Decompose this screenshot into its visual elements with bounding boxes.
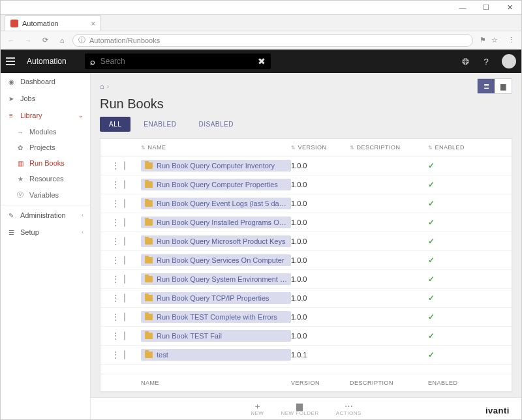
row-menu-button[interactable]: ⋮ — [107, 351, 124, 359]
global-search[interactable]: ⌕ ✖ — [85, 53, 271, 69]
row-version: 1.0.0 — [291, 200, 350, 207]
runbook-icon — [145, 314, 153, 320]
sidebar-item-variables[interactable]: ⓥVariables — [1, 187, 90, 203]
row-name-cell[interactable]: Run Book Query Microsoft Product Keys — [141, 235, 291, 247]
runbook-icon — [145, 352, 153, 358]
row-menu-button[interactable]: ⋮ — [107, 162, 124, 170]
nav-back-button[interactable]: ← — [5, 34, 18, 47]
row-name: Run Book Query Installed Programs On Com… — [157, 218, 287, 226]
view-folder-button[interactable]: ▆ — [495, 79, 512, 93]
row-name-cell[interactable]: Run Book Query Installed Programs On Com… — [141, 217, 291, 228]
browser-menu-button[interactable]: ⋮ — [504, 34, 517, 47]
sidebar-item-library[interactable]: ≡Library⌄ — [1, 107, 90, 124]
sidebar-item-resources[interactable]: ★Resources — [1, 171, 90, 187]
tab-close-button[interactable]: × — [91, 20, 95, 27]
row-checkbox[interactable] — [124, 275, 125, 284]
library-icon: ≡ — [7, 112, 15, 119]
row-version: 1.0.1 — [291, 351, 350, 359]
sidebar-item-runbooks[interactable]: ▥Run Books — [1, 155, 90, 171]
breadcrumb-home[interactable]: ⌂ — [100, 82, 104, 90]
window-close-button[interactable]: ✕ — [500, 3, 519, 12]
row-name: Run Book Query System Environment Variab… — [157, 275, 287, 283]
row-name-cell[interactable]: Run Book Query Computer Inventory — [141, 160, 291, 172]
header-globe-icon[interactable]: ❂ — [457, 57, 473, 67]
row-checkbox[interactable] — [124, 218, 125, 227]
row-name: Run Book TEST Complete with Errors — [157, 313, 277, 321]
row-name: Run Book TEST Fail — [157, 332, 222, 340]
col-version-footer: VERSION — [291, 380, 350, 386]
browser-tab[interactable]: Automation × — [5, 15, 101, 31]
window-minimize-button[interactable]: — — [453, 4, 472, 12]
col-name[interactable]: ⇅NAME — [141, 144, 291, 151]
row-name-cell[interactable]: test — [141, 349, 291, 361]
user-avatar[interactable] — [502, 54, 516, 68]
menu-toggle-button[interactable] — [6, 55, 19, 68]
col-version[interactable]: ⇅VERSION — [291, 144, 350, 151]
table-header: ⇅NAME ⇅VERSION ⇅DESCRIPTION ⇅ENABLED — [100, 139, 512, 157]
row-menu-button[interactable]: ⋮ — [107, 294, 124, 302]
row-checkbox[interactable] — [124, 312, 125, 322]
row-checkbox[interactable] — [124, 331, 125, 340]
col-description[interactable]: ⇅DESCRIPTION — [350, 144, 428, 151]
sidebar-item-projects[interactable]: ✿Projects — [1, 140, 90, 155]
sidebar-item-label: Projects — [29, 143, 55, 151]
row-menu-button[interactable]: ⋮ — [107, 181, 124, 188]
row-name: Run Book Query Event Logs (last 5 days) — [157, 200, 287, 207]
bookmark-manage-icon[interactable]: ⚑ — [480, 36, 486, 44]
row-enabled-check: ✓ — [428, 218, 480, 227]
window-maximize-button[interactable]: ☐ — [477, 3, 495, 12]
row-version: 1.0.0 — [291, 181, 350, 188]
row-name-cell[interactable]: Run Book Query TCP/IP Properties — [141, 292, 291, 304]
table-row: ⋮Run Book Query System Environment Varia… — [100, 270, 512, 289]
view-list-button[interactable]: ≣ — [478, 79, 495, 93]
nav-forward-button[interactable]: → — [22, 34, 35, 47]
row-name-cell[interactable]: Run Book Query Services On Computer — [141, 254, 291, 266]
search-clear-button[interactable]: ✖ — [258, 56, 266, 67]
row-enabled-check: ✓ — [428, 237, 480, 246]
col-description-footer: DESCRIPTION — [350, 380, 428, 386]
row-checkbox[interactable] — [124, 161, 125, 170]
sidebar-item-modules[interactable]: →Modules — [1, 124, 90, 140]
runbook-icon — [145, 257, 153, 263]
row-name-cell[interactable]: Run Book TEST Fail — [141, 330, 291, 342]
row-checkbox[interactable] — [124, 199, 125, 208]
sidebar-item-jobs[interactable]: ➤Jobs — [1, 90, 90, 107]
row-name-cell[interactable]: Run Book TEST Complete with Errors — [141, 311, 291, 323]
row-menu-button[interactable]: ⋮ — [107, 332, 124, 340]
footer-new-button[interactable]: ＋NEW — [251, 402, 264, 416]
runbook-icon — [145, 276, 153, 282]
row-menu-button[interactable]: ⋮ — [107, 237, 124, 245]
sidebar-item-administration[interactable]: ✎Administration‹ — [1, 207, 90, 224]
filter-tab-enabled[interactable]: ENABLED — [134, 117, 185, 132]
row-checkbox[interactable] — [124, 256, 125, 265]
row-menu-button[interactable]: ⋮ — [107, 313, 124, 321]
row-checkbox[interactable] — [124, 237, 125, 246]
row-name-cell[interactable]: Run Book Query Event Logs (last 5 days) — [141, 198, 291, 209]
row-enabled-check: ✓ — [428, 312, 480, 322]
row-version: 1.0.0 — [291, 275, 350, 283]
search-input[interactable] — [100, 57, 253, 66]
row-name-cell[interactable]: Run Book Query Computer Properties — [141, 179, 291, 190]
bookmark-star-icon[interactable]: ☆ — [491, 36, 498, 44]
row-checkbox[interactable] — [124, 350, 125, 359]
filter-tab-disabled[interactable]: DISABLED — [189, 117, 242, 132]
table-row: ⋮Run Book Query Event Logs (last 5 days)… — [100, 194, 512, 213]
sidebar-item-setup[interactable]: ☰Setup‹ — [1, 224, 90, 241]
sidebar-item-dashboard[interactable]: ◉Dashboard — [1, 73, 90, 90]
filter-tab-all[interactable]: ALL — [100, 117, 130, 132]
filter-tabs: ALL ENABLED DISABLED — [91, 117, 521, 138]
header-help-icon[interactable]: ? — [478, 57, 494, 67]
footer-actions-button[interactable]: ⋯ACTIONS — [336, 402, 361, 416]
row-menu-button[interactable]: ⋮ — [107, 218, 124, 226]
nav-reload-button[interactable]: ⟳ — [38, 34, 52, 47]
col-enabled[interactable]: ⇅ENABLED — [428, 144, 480, 151]
address-bar[interactable]: ⓘ Automation/Runbooks — [72, 34, 473, 47]
row-menu-button[interactable]: ⋮ — [107, 275, 124, 283]
row-name-cell[interactable]: Run Book Query System Environment Variab… — [141, 273, 291, 285]
footer-new-folder-button[interactable]: ▆NEW FOLDER — [281, 402, 318, 416]
row-menu-button[interactable]: ⋮ — [107, 256, 124, 264]
row-menu-button[interactable]: ⋮ — [107, 200, 124, 207]
nav-home-button[interactable]: ⌂ — [55, 34, 69, 47]
row-checkbox[interactable] — [124, 180, 125, 189]
row-checkbox[interactable] — [124, 293, 125, 303]
